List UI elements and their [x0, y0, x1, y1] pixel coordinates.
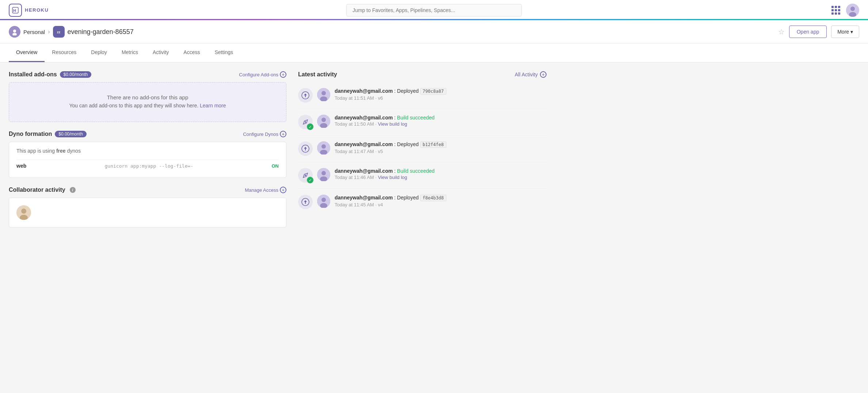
all-activity-link[interactable]: All Activity +: [515, 71, 547, 78]
open-app-button[interactable]: Open app: [789, 26, 827, 38]
deploy-icon: [298, 195, 313, 209]
activity-content: danneywah@gmail.com : Build succeeded To…: [335, 115, 547, 127]
favorite-star-button[interactable]: ☆: [778, 27, 785, 36]
nav-right: [831, 4, 859, 17]
activity-description: danneywah@gmail.com : Deployed f8e4b3d8: [335, 195, 547, 201]
addons-empty-title: There are no add-ons for this app: [9, 94, 286, 100]
commit-hash: f8e4b3d8: [420, 195, 446, 201]
svg-point-18: [321, 118, 326, 122]
user-avatar[interactable]: [846, 4, 859, 17]
tab-resources[interactable]: Resources: [45, 43, 84, 62]
activity-user-avatar: [317, 88, 330, 101]
activity-content: danneywah@gmail.com : Deployed b12f4fe8 …: [335, 141, 547, 154]
activity-action: : Deployed: [394, 195, 420, 201]
manage-access-icon: +: [280, 187, 286, 193]
activity-item: danneywah@gmail.com : Deployed 790c8a87 …: [298, 82, 547, 109]
personal-label: Personal: [23, 29, 45, 35]
collab-avatar-1: [16, 205, 31, 220]
dyno-section: Dyno formation $0.00/month Configure Dyn…: [9, 131, 286, 178]
tab-settings[interactable]: Settings: [207, 43, 240, 62]
svg-point-26: [321, 171, 326, 175]
dyno-free-info: This app is using free dynos: [16, 148, 279, 154]
collab-avatars: [16, 205, 279, 220]
breadcrumb-arrow: ›: [48, 28, 50, 35]
grid-icon[interactable]: [831, 6, 840, 15]
addons-empty-desc: You can add add-ons to this app and they…: [9, 103, 286, 108]
tab-access[interactable]: Access: [176, 43, 207, 62]
dyno-title: Dyno formation $0.00/month: [9, 131, 87, 137]
activity-action-success: Build succeeded: [397, 115, 435, 121]
activity-email: danneywah@gmail.com: [335, 168, 393, 174]
activity-item: ✓ danneywah@gmail.com : Build succeeded: [298, 109, 547, 136]
breadcrumb-actions: ☆ Open app More ▾: [778, 26, 859, 38]
view-build-log-link-2[interactable]: View build log: [378, 175, 407, 180]
activity-description: danneywah@gmail.com : Deployed 790c8a87: [335, 88, 547, 95]
activity-user-avatar: [317, 168, 330, 181]
svg-point-14: [321, 91, 326, 95]
manage-access-link[interactable]: Manage Access +: [245, 187, 286, 193]
activity-action: : Deployed: [394, 141, 420, 147]
addons-title-text: Installed add-ons: [9, 71, 57, 78]
tab-deploy[interactable]: Deploy: [84, 43, 114, 62]
all-activity-icon: +: [540, 71, 547, 78]
nav-tabs: Overview Resources Deploy Metrics Activi…: [0, 43, 868, 62]
svg-point-24: [305, 175, 306, 176]
svg-point-5: [13, 30, 16, 33]
success-badge-icon: ✓: [307, 123, 313, 130]
logo-text: HEROKU: [25, 7, 49, 13]
view-build-log-link-1[interactable]: View build log: [378, 121, 407, 127]
activity-action-success: Build succeeded: [397, 168, 435, 174]
activity-action: :: [394, 168, 397, 174]
dyno-web-name: web: [16, 163, 26, 169]
activity-icon-wrap: ✓: [298, 115, 313, 129]
dyno-section-header: Dyno formation $0.00/month Configure Dyn…: [9, 131, 286, 137]
activity-email: danneywah@gmail.com: [335, 141, 393, 147]
tab-activity[interactable]: Activity: [145, 43, 176, 62]
activity-meta: Today at 11:50 AM · View build log: [335, 121, 547, 127]
svg-point-16: [305, 121, 306, 123]
configure-dynos-label: Configure Dynos: [243, 131, 278, 137]
tab-overview[interactable]: Overview: [9, 43, 45, 62]
collaborator-section: Collaborator activity i Manage Access +: [9, 187, 286, 228]
manage-access-label: Manage Access: [245, 187, 278, 193]
activity-action: : Deployed: [394, 88, 420, 94]
dyno-status: ON: [272, 163, 279, 169]
activity-description: danneywah@gmail.com : Build succeeded: [335, 115, 547, 121]
more-button[interactable]: More ▾: [831, 26, 859, 38]
personal-icon: [9, 26, 20, 38]
configure-dynos-link[interactable]: Configure Dynos +: [243, 131, 286, 137]
configure-addons-icon: +: [280, 71, 286, 78]
collab-title: Collaborator activity i: [9, 187, 76, 193]
activity-content: danneywah@gmail.com : Build succeeded To…: [335, 168, 547, 180]
activity-icon-wrap: ✓: [298, 168, 313, 183]
svg-point-30: [321, 198, 326, 202]
addons-empty-state: There are no add-ons for this app You ca…: [9, 82, 286, 122]
configure-addons-link[interactable]: Configure Add-ons +: [239, 71, 286, 78]
collab-card: [9, 198, 286, 228]
activity-item: ✓ danneywah@gmail.com : Build succeeded: [298, 162, 547, 189]
commit-hash: 790c8a87: [420, 88, 446, 95]
all-activity-label: All Activity: [515, 72, 538, 77]
collab-section-header: Collaborator activity i Manage Access +: [9, 187, 286, 193]
activity-icon-wrap: [298, 141, 313, 156]
search-input[interactable]: [346, 4, 522, 16]
activity-email: danneywah@gmail.com: [335, 88, 393, 94]
activity-action: :: [394, 115, 397, 121]
logo-area: H HEROKU: [9, 4, 49, 17]
tab-metrics[interactable]: Metrics: [114, 43, 145, 62]
svg-text:H: H: [13, 8, 16, 13]
commit-hash: b12f4fe8: [420, 141, 446, 148]
activity-list: danneywah@gmail.com : Deployed 790c8a87 …: [298, 82, 547, 215]
svg-point-10: [21, 209, 26, 214]
main-content: Installed add-ons $0.00/month Configure …: [0, 62, 868, 390]
breadcrumb-personal[interactable]: Personal: [9, 26, 45, 38]
top-nav: H HEROKU: [0, 0, 868, 20]
svg-text:zz: zz: [57, 30, 61, 34]
activity-item: danneywah@gmail.com : Deployed b12f4fe8 …: [298, 136, 547, 162]
search-bar[interactable]: [346, 4, 522, 16]
deploy-icon: [298, 88, 313, 103]
app-icon: zz: [53, 26, 65, 38]
latest-activity-title: Latest activity: [298, 71, 337, 78]
learn-more-link[interactable]: Learn more: [200, 103, 226, 108]
app-name: evening-garden-86557: [68, 28, 134, 36]
